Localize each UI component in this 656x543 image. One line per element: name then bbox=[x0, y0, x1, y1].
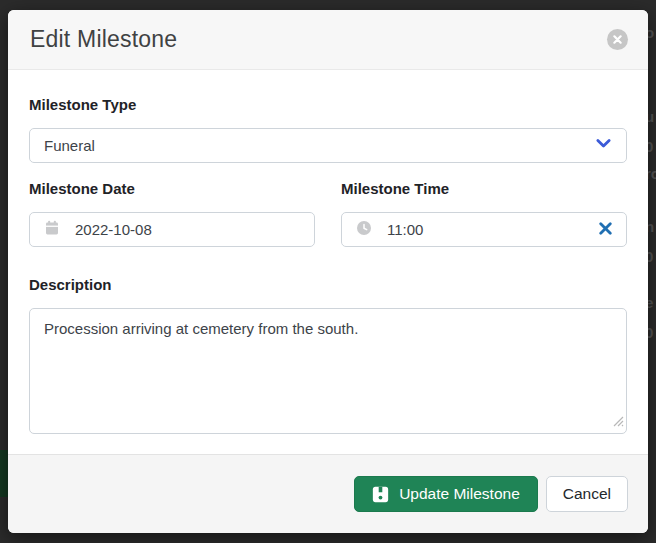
edit-milestone-modal: Edit Milestone Milestone Type Funeral Mi… bbox=[8, 10, 648, 533]
chevron-down-icon bbox=[595, 135, 612, 156]
save-icon bbox=[372, 486, 389, 503]
milestone-time-group: Milestone Time 11:00 bbox=[341, 179, 627, 247]
clock-icon bbox=[356, 220, 372, 240]
calendar-icon bbox=[44, 220, 60, 240]
milestone-time-label: Milestone Time bbox=[341, 179, 627, 198]
milestone-date-input[interactable]: 2022-10-08 bbox=[29, 212, 315, 247]
description-value: Procession arriving at cemetery from the… bbox=[44, 320, 358, 337]
screen: { "backdrop": { "fragments": [ { "glyph"… bbox=[0, 0, 656, 543]
description-label: Description bbox=[29, 275, 627, 294]
update-milestone-button[interactable]: Update Milestone bbox=[354, 476, 538, 512]
resize-handle-icon[interactable] bbox=[611, 413, 624, 431]
close-button[interactable] bbox=[607, 29, 628, 50]
clear-time-icon[interactable] bbox=[599, 221, 612, 239]
milestone-time-input[interactable]: 11:00 bbox=[341, 212, 627, 247]
cancel-button[interactable]: Cancel bbox=[546, 476, 628, 512]
modal-header: Edit Milestone bbox=[8, 10, 648, 70]
close-icon bbox=[613, 35, 622, 44]
cancel-label: Cancel bbox=[563, 485, 611, 503]
milestone-date-group: Milestone Date 2022-10-08 bbox=[29, 179, 315, 247]
milestone-type-value: Funeral bbox=[44, 137, 95, 154]
modal-body: Milestone Type Funeral Milestone Date bbox=[8, 70, 648, 454]
modal-title: Edit Milestone bbox=[30, 26, 177, 53]
update-milestone-label: Update Milestone bbox=[399, 485, 520, 503]
milestone-time-value: 11:00 bbox=[387, 221, 423, 238]
milestone-date-label: Milestone Date bbox=[29, 179, 315, 198]
milestone-type-label: Milestone Type bbox=[29, 95, 627, 114]
modal-footer: Update Milestone Cancel bbox=[8, 454, 648, 533]
milestone-type-select[interactable]: Funeral bbox=[29, 128, 627, 163]
backdrop-dimmed-button-fragment bbox=[0, 450, 8, 497]
date-time-row: Milestone Date 2022-10-08 Milestone Time bbox=[29, 179, 627, 247]
description-textarea[interactable]: Procession arriving at cemetery from the… bbox=[29, 308, 627, 434]
milestone-date-value: 2022-10-08 bbox=[75, 221, 152, 238]
